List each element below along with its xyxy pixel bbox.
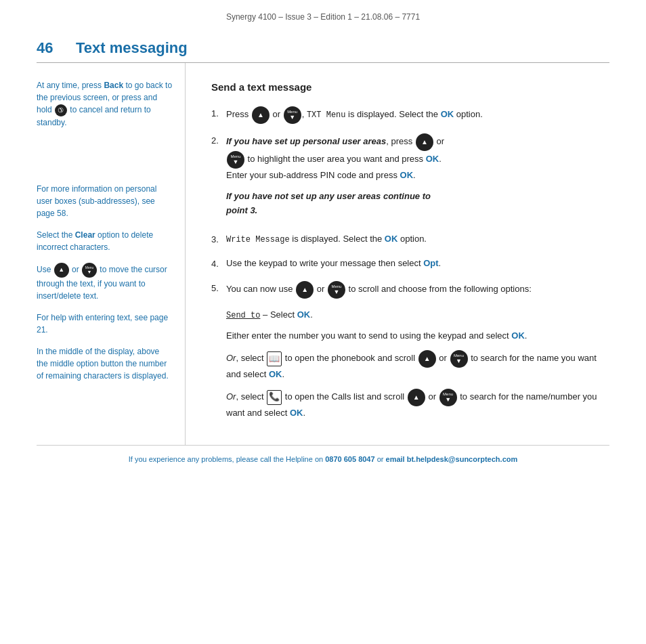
step-1-num: 1. [211, 106, 226, 121]
step-3-text: Write Message is displayed. Select the O… [226, 232, 609, 246]
or-label-2: Or [226, 391, 236, 402]
step-5: 5. You can now use ▲ or Menu ▼ to scroll… [211, 281, 609, 299]
ok-label-cl: OK [290, 408, 303, 418]
txt-menu-label: TXT Menu [307, 110, 346, 120]
sidebar-clear-label: Clear [75, 230, 95, 240]
main-content: Send a text message 1. Press ▲ or Menu ▼… [186, 63, 609, 445]
ok-label-3: OK [385, 234, 398, 244]
sidebar-note4: Use ▲ or Menu ▼ to move the cursor throu… [37, 263, 173, 302]
send-to-label: Send to [226, 311, 260, 320]
opt-label: Opt [423, 258, 438, 268]
step-2: 2. If you have set up personal user area… [211, 133, 609, 223]
menu-down-icon-5: Menu ▼ [328, 281, 345, 299]
sidebar-note6: In the middle of the display, above the … [37, 345, 173, 382]
step-2-condition: If you have set up personal user areas [226, 136, 386, 146]
header-text: Synergy 4100 – Issue 3 – Edition 1 – 21.… [226, 12, 420, 22]
up-button-icon-5: ▲ [296, 281, 314, 299]
step-1: 1. Press ▲ or Menu ▼ , TXT Menu is displ… [211, 106, 609, 124]
send-to-option: Send to – Select OK. [226, 308, 609, 322]
menu-down-icon-1: Menu ▼ [284, 106, 301, 124]
step-2-alt-condition: If you have not set up any user areas co… [226, 190, 609, 218]
sub-options: Send to – Select OK. Either enter the nu… [226, 308, 609, 421]
send-to-desc2: Or, select 📖 to open the phonebook and s… [226, 350, 609, 382]
step-2-text: If you have set up personal user areas, … [226, 133, 609, 223]
calls-icon: 📞 [267, 390, 282, 405]
menu-down-icon-pb: Menu ▼ [450, 350, 468, 368]
section-number: 46 [37, 39, 57, 57]
step-4-num: 4. [211, 257, 226, 272]
step-4: 4. Use the keypad to write your message … [211, 257, 609, 272]
up-button-icon-2: ▲ [416, 133, 433, 151]
or-label-1: Or [226, 353, 236, 363]
sidebar-note3: Select the Clear option to delete incorr… [37, 229, 173, 253]
footer-text-before: If you experience any problems, please c… [129, 455, 325, 463]
ok-label-2a: OK [426, 154, 439, 164]
sidebar-note1: At any time, press Back to go back to th… [37, 79, 173, 129]
sidebar-down-icon: Menu ▼ [82, 263, 97, 278]
step-5-num: 5. [211, 281, 226, 296]
ok-label-sendto: OK [297, 309, 311, 320]
menu-down-icon-cl: Menu ▼ [439, 389, 457, 406]
step-4-text: Use the keypad to write your message the… [226, 257, 609, 271]
section-title: Text messaging [76, 39, 188, 57]
ok-label-2b: OK [400, 170, 414, 180]
page-header: Synergy 4100 – Issue 3 – Edition 1 – 21.… [0, 0, 646, 27]
write-message-label: Write Message [226, 235, 290, 244]
ok-label-1: OK [441, 109, 454, 119]
page-footer: If you experience any problems, please c… [37, 445, 609, 473]
ok-label-pb: OK [269, 369, 282, 379]
menu-down-icon-2: Menu ▼ [227, 151, 244, 169]
sidebar-note5: For help with entering text, see page 21… [37, 312, 173, 336]
up-button-icon-cl: ▲ [408, 389, 425, 406]
step-3: 3. Write Message is displayed. Select th… [211, 232, 609, 247]
sidebar: At any time, press Back to go back to th… [37, 63, 186, 445]
up-button-icon: ▲ [252, 106, 270, 124]
page-body: 46 Text messaging At any time, press Bac… [0, 27, 646, 445]
footer-phone: 0870 605 8047 [325, 455, 374, 463]
section-header: 46 Text messaging [37, 27, 609, 63]
sidebar-note2: For more information on personal user bo… [37, 183, 173, 219]
footer-email: email bt.helpdesk@suncorptech.com [386, 455, 518, 463]
step-2-num: 2. [211, 133, 226, 148]
up-button-icon-pb: ▲ [418, 350, 436, 368]
send-to-desc3: Or, select 📞 to open the Calls list and … [226, 389, 609, 421]
step-1-text: Press ▲ or Menu ▼ , TXT Menu is displaye… [226, 106, 609, 124]
step-5-text: You can now use ▲ or Menu ▼ to scroll an… [226, 281, 609, 299]
footer-text-middle: or [375, 455, 386, 463]
ok-label-enter: OK [511, 330, 525, 341]
sidebar-up-icon: ▲ [54, 263, 69, 278]
cancel-icon: ✆ [55, 104, 67, 116]
send-to-desc1: Either enter the number you want to send… [226, 329, 609, 343]
phonebook-icon: 📖 [267, 351, 282, 366]
main-title: Send a text message [211, 79, 609, 95]
content-area: At any time, press Back to go back to th… [37, 63, 609, 445]
sidebar-back-label: Back [104, 81, 123, 90]
step-3-num: 3. [211, 232, 226, 247]
